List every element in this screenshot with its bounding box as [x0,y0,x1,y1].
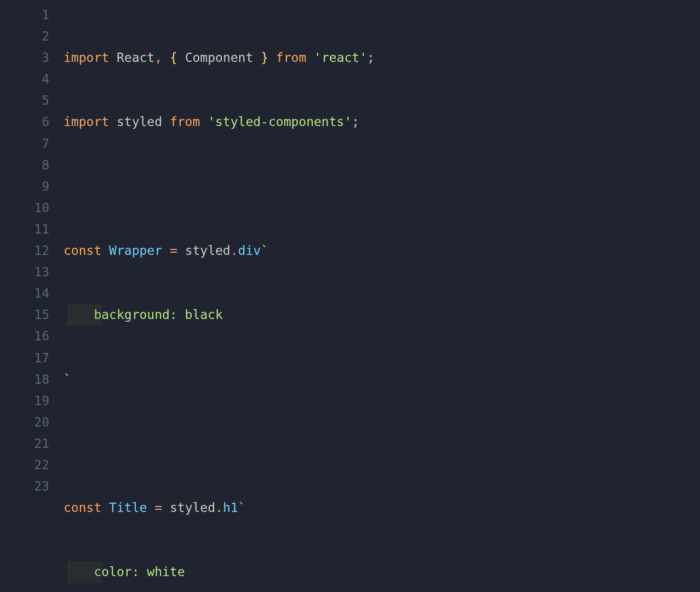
code-editor[interactable]: 1 2 3 4 5 6 7 8 9 10 11 12 13 14 15 16 1… [0,0,700,592]
line-number: 18 [0,369,49,390]
line-number: 1 [0,4,49,26]
line-number: 12 [0,240,49,261]
line-number: 7 [0,133,49,155]
code-area[interactable]: import React, { Component } from 'react'… [59,4,700,592]
line-number: 13 [0,261,49,283]
line-number: 11 [0,219,49,240]
code-line[interactable]: import React, { Component } from 'react'… [64,47,700,69]
line-number: 19 [0,390,49,412]
code-line[interactable]: color: white [64,561,700,583]
code-line[interactable]: import styled from 'styled-components'; [64,111,700,133]
line-number: 14 [0,283,49,304]
code-line[interactable]: background: black [64,304,700,326]
code-line[interactable] [64,176,700,197]
line-number: 23 [0,476,49,497]
line-number: 10 [0,197,49,219]
code-line[interactable]: const Title = styled.h1` [64,497,700,519]
code-line[interactable]: ` [64,369,700,390]
line-number: 5 [0,90,49,111]
line-number: 2 [0,26,49,47]
line-number: 4 [0,69,49,90]
line-number: 8 [0,155,49,176]
line-number: 15 [0,304,49,326]
line-number: 20 [0,412,49,433]
line-number-gutter: 1 2 3 4 5 6 7 8 9 10 11 12 13 14 15 16 1… [0,4,59,592]
line-number: 22 [0,454,49,476]
code-line[interactable] [64,433,700,454]
line-number: 21 [0,433,49,454]
line-number: 17 [0,348,49,369]
line-number: 9 [0,176,49,197]
code-line[interactable]: const Wrapper = styled.div` [64,240,700,261]
line-number: 16 [0,326,49,347]
line-number: 3 [0,47,49,69]
line-number: 6 [0,111,49,133]
